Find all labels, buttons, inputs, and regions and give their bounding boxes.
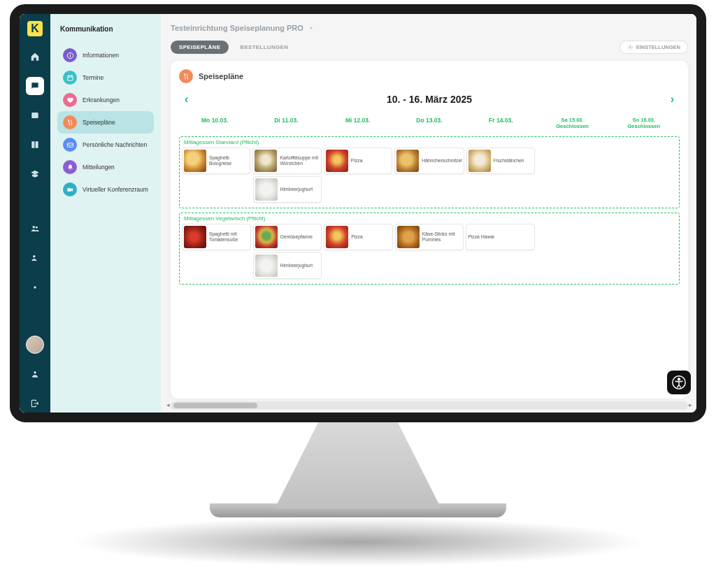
svg-point-8 (69, 53, 70, 54)
svg-point-2 (36, 227, 38, 229)
settings-label: EINSTELLUNGEN (636, 44, 680, 50)
sidebar-item-label: Termine (83, 74, 103, 81)
horizontal-scrollbar[interactable]: ◂ ▸ (171, 401, 688, 410)
meal-group-title: Mittagessen Vegetarisch (Pflicht) (180, 213, 679, 224)
meal-card[interactable]: Pizza Hawai (466, 224, 535, 250)
meal-group: Mittagessen Standard (Pflicht)Spaghetti … (179, 136, 680, 208)
sidebar-item-virtueller-konferenzraum[interactable]: Virtueller Konferenzraum (57, 178, 154, 201)
gear-icon (627, 44, 633, 50)
meal-label: Himbeerjoghurt (280, 263, 313, 268)
sidebar: Kommunikation InformationenTermineErkran… (50, 14, 161, 413)
meal-label: Käse-Sticks mit Pommes (422, 231, 462, 243)
meal-empty-slot (324, 252, 393, 279)
card-title-row: Speisepläne (179, 69, 680, 83)
info-icon (63, 48, 77, 62)
monitor-shadow (70, 517, 646, 566)
meal-card[interactable]: Himbeerjoghurt (253, 252, 322, 279)
sidebar-item-pers-nliche-nachrichten[interactable]: Persönliche Nachrichten (57, 134, 154, 156)
meal-empty-slot (608, 176, 677, 203)
rail-book-icon[interactable] (26, 136, 44, 154)
rail-home-icon[interactable] (26, 48, 44, 66)
rail-user-add-icon[interactable] (26, 249, 44, 267)
rail-chat-icon[interactable] (26, 77, 44, 95)
meal-thumbnail (468, 150, 491, 172)
meal-empty-slot (537, 252, 606, 279)
bell-icon (63, 160, 77, 174)
calendar-icon (63, 71, 77, 85)
rail-media-icon[interactable] (26, 106, 44, 124)
meal-card[interactable]: Pizza (324, 224, 393, 250)
meal-thumbnail (255, 178, 278, 201)
sidebar-item-mitteilungen[interactable]: Mitteilungen (57, 156, 154, 178)
meal-thumbnail (326, 150, 348, 172)
meal-plan-card: Speisepläne ‹ 10. - 16. März 2025 › Mo 1… (171, 61, 688, 399)
day-header: Do 13.03. (394, 114, 465, 132)
sidebar-item-erkrankungen[interactable]: Erkrankungen (57, 89, 154, 111)
day-header: Mi 12.03. (322, 114, 394, 132)
meal-card[interactable]: Kartoffelsuppe mit Würstchen (252, 148, 321, 174)
meal-card[interactable]: Spaghetti mit Tomatensoße (182, 224, 251, 250)
svg-point-14 (678, 378, 680, 380)
svg-point-3 (33, 255, 36, 258)
sidebar-item-label: Mitteilungen (83, 164, 115, 171)
meal-thumbnail (184, 150, 206, 172)
tab-bestellungen[interactable]: BESTELLUNGEN (231, 41, 296, 54)
tab-speisepläne[interactable]: SPEISEPLÄNE (171, 41, 229, 54)
video-icon (63, 182, 77, 196)
meal-card[interactable]: Himbeerjoghurt (253, 176, 322, 203)
meal-empty-slot (182, 176, 251, 203)
user-avatar[interactable] (26, 336, 44, 354)
next-week-button[interactable]: › (668, 90, 677, 108)
monitor-frame: K Kommunikation InformationenTermineErkr… (10, 4, 706, 422)
meal-thumbnail (255, 150, 277, 172)
tabs-row: SPEISEPLÄNEBESTELLUNGEN EINSTELLUNGEN (171, 41, 688, 54)
meal-label: Pizza Hawai (468, 234, 494, 240)
sidebar-item-speisepl-ne[interactable]: Speisepläne (57, 111, 154, 134)
meal-card[interactable]: Käse-Sticks mit Pommes (395, 224, 464, 250)
sidebar-item-termine[interactable]: Termine (57, 66, 154, 89)
prev-week-button[interactable]: ‹ (182, 90, 191, 108)
meal-card[interactable]: Pizza (324, 148, 392, 174)
svg-point-1 (33, 226, 36, 229)
rail-grad-icon[interactable] (26, 165, 44, 183)
sidebar-title: Kommunikation (57, 25, 154, 33)
meal-card[interactable]: Spaghetti Bolognese (182, 148, 250, 174)
sidebar-item-label: Informationen (83, 52, 119, 59)
utensils-icon (179, 69, 193, 83)
sidebar-item-informationen[interactable]: Informationen (57, 44, 154, 66)
svg-rect-10 (67, 143, 73, 147)
meal-empty-slot (537, 176, 606, 203)
scroll-left-arrow[interactable]: ◂ (166, 401, 170, 408)
meal-empty-slot (608, 224, 677, 250)
accessibility-button[interactable] (667, 371, 691, 394)
rail-users-icon[interactable] (26, 220, 44, 238)
meal-card[interactable]: Fischstäbchen (466, 148, 535, 174)
svg-point-4 (34, 286, 36, 289)
accessibility-icon (671, 375, 687, 390)
breadcrumb[interactable]: Testeinrichtung Speiseplanung PRO (171, 24, 688, 32)
day-header: Sa 15.03.Geschlossen (536, 114, 608, 132)
rail-profile-icon[interactable] (26, 365, 44, 383)
app-logo[interactable]: K (27, 21, 43, 36)
meal-card[interactable]: Gemüsepfanne (253, 224, 322, 250)
svg-rect-9 (67, 76, 72, 80)
settings-button[interactable]: EINSTELLUNGEN (620, 41, 688, 54)
meal-empty-slot (182, 252, 251, 279)
meal-group-title: Mittagessen Standard (Pflicht) (180, 137, 679, 148)
meal-card[interactable]: Hähnchenschnitzel (394, 148, 464, 174)
rail-logout-icon[interactable] (26, 394, 44, 413)
meal-row: Himbeerjoghurt (180, 252, 679, 279)
rail-settings-icon[interactable] (26, 278, 44, 296)
meal-label: Kartoffelsuppe mit Würstchen (280, 155, 319, 166)
svg-rect-0 (31, 113, 38, 118)
meal-empty-slot (537, 148, 606, 174)
meal-thumbnail (255, 226, 278, 248)
svg-rect-11 (67, 188, 71, 192)
meal-empty-slot (395, 176, 464, 203)
meal-empty-slot (608, 252, 677, 279)
main-content: Testeinrichtung Speiseplanung PRO SPEISE… (161, 14, 696, 413)
scroll-right-arrow[interactable]: ▸ (689, 401, 692, 408)
meal-empty-slot (466, 252, 535, 279)
week-nav: ‹ 10. - 16. März 2025 › (179, 89, 680, 110)
sidebar-item-label: Persönliche Nachrichten (83, 141, 147, 148)
